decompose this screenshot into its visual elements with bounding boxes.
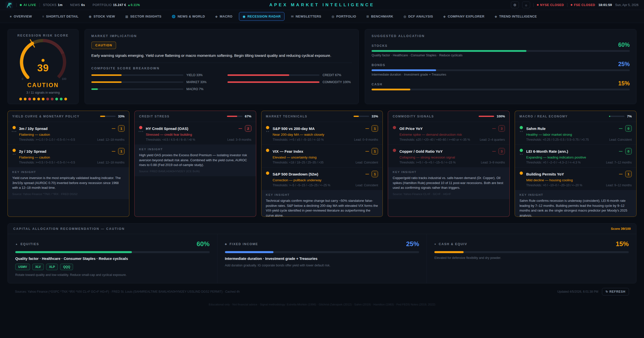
card-score-fill [100, 116, 105, 117]
breakdown-bar-fill [91, 74, 122, 76]
trend-flat-icon: — [619, 172, 622, 176]
tab-stock-view[interactable]: ◉STOCK VIEW [85, 12, 119, 21]
ticker-chip-xlv[interactable]: XLV [32, 264, 44, 270]
signal-lead-time: Lead: Coincident [609, 138, 632, 141]
tab-newsletters[interactable]: ✉NEWSLETTERS [287, 12, 325, 21]
portfolio-change: ▲0.11% [127, 3, 140, 7]
signal-top-row: HY Credit Spread (OAS)—2 [146, 125, 251, 132]
signal-score-badge: 1 [372, 125, 378, 132]
tab-label: COMPANY EXPLORER [448, 15, 484, 18]
recommendation-col-label: ◆FIXED INCOME [225, 242, 258, 246]
signal-dot-icon [24, 98, 27, 100]
card-score-track [100, 116, 116, 117]
recommendation-bar-track [15, 251, 210, 253]
breakdown-bar-track [91, 88, 183, 90]
tab-overview[interactable]: ■OVERVIEW [6, 12, 36, 21]
tab-news-world[interactable]: 🌐NEWS & WORLD [168, 12, 209, 21]
signal-top-row: Oil Price YoY—3 [399, 125, 505, 132]
breakdown-title: COMPOSITE SCORE BREAKDOWN [91, 67, 352, 70]
signal-name: HY Credit Spread (OAS) [146, 126, 239, 131]
recommendation-percent: 25% [406, 240, 419, 248]
breakdown-label: COMMODITY 100% [323, 80, 352, 84]
signal-name: 2y / 10y Spread [19, 149, 112, 153]
tab-trend-intelligence[interactable]: ◆TREND INTELLIGENCE [491, 12, 541, 21]
tab-benchmark[interactable]: ⊞BENCHMARK [363, 12, 397, 21]
breakdown-bar-track [227, 81, 319, 83]
key-insight-text: Yield curve inversion is the most empiri… [12, 176, 125, 190]
recommendation-bar-fill [225, 251, 273, 253]
signal-status-text: Flattening — caution [19, 155, 125, 159]
tab-macro[interactable]: ◆MACRO [211, 12, 236, 21]
key-insight-block: KEY INSIGHTHigh yield OAS proxies the Ex… [135, 144, 256, 176]
allocation-note: Quality factor · Healthcare · Consumer S… [372, 54, 630, 57]
signal-status-dot-icon [266, 149, 269, 152]
signal-top-row: Copper / Gold Ratio YoY—3 [399, 148, 505, 154]
signal-thresholds: Thresholds: >–5 / –5–15 / –15–25 / <–25 … [273, 184, 331, 187]
ticker-chip-qqq[interactable]: QQQ [60, 264, 73, 270]
signal-dot-icon [55, 98, 58, 100]
key-insight-title: KEY INSIGHT [266, 193, 378, 196]
recommendation-note: Add duration gradually. IG corporate bon… [225, 264, 419, 267]
signal-row-building-permits-yoy: Building Permits YoY—1Mild decline — hou… [515, 167, 636, 190]
app-title: APEX MARKET INTELLIGENCE [269, 3, 375, 8]
signal-thresholds: Thresholds: >+0.5 / 0–0.5 / –0.5–0 / <–0… [19, 161, 75, 164]
card-header: CREDIT STRESS67% [135, 111, 256, 122]
tab-shortlist-detail[interactable]: ≡SHORTLIST DETAIL [39, 12, 82, 21]
signal-thresholds: Thresholds: >+5 / ±5 / –5–10 / <–10 % [273, 138, 324, 141]
card-commodity-signals: COMMODITY SIGNALS100%Oil Price YoY—3Extr… [388, 111, 510, 217]
tab-label: OVERVIEW [14, 15, 32, 18]
tab-portfolio[interactable]: ◎PORTFOLIO [328, 12, 360, 21]
portfolio-summary: PORTFOLIO15.247 €▲0.11% [93, 3, 140, 7]
trend-dot-icon [15, 131, 16, 132]
signal-lead-time: Lead: 7–12 months [606, 161, 632, 164]
tab-dcf-analysis[interactable]: ◎DCF ANALYSIS [400, 12, 437, 21]
ticker-chip-usmv[interactable]: USMV [15, 264, 30, 270]
card-header: MACRO / REAL ECONOMY7% [515, 111, 636, 122]
main-nav: ■OVERVIEW≡SHORTLIST DETAIL◉STOCK VIEW▥SE… [0, 10, 644, 23]
trend-dots-icon [520, 154, 523, 155]
key-insight-text: Copper/gold ratio tracks industrial vs. … [393, 176, 505, 190]
signal-score-badge: 2 [245, 125, 251, 132]
divider [40, 3, 40, 7]
tab-label: SECTOR INSIGHTS [130, 15, 161, 18]
dcf-analysis-icon: ◎ [404, 15, 406, 18]
signal-thresholds: Thresholds: >0 / –2–0 / –4.3–2 / <–4.3 % [526, 161, 580, 164]
composite-breakdown: YIELD 33%MARKET 33%MACRO 7%CREDIT 67%COM… [91, 73, 352, 91]
gear-icon: ⚙ [513, 3, 517, 7]
signal-thresholds: Thresholds: <18 / 18–25 / 25–35 / >35 [273, 161, 324, 164]
signal-meta: Thresholds: >0 / –10–0 / –20–10 / <–20 %… [526, 184, 632, 187]
refresh-button[interactable]: ↻ REFRESH [602, 288, 629, 295]
signal-status-dot-icon [13, 149, 16, 152]
card-score-track [354, 116, 369, 117]
signal-score-badge: 0 [625, 125, 632, 132]
panel-title: MARKET IMPLICATION [91, 34, 352, 38]
signal-lead-time: Lead: 12–18 months [97, 161, 124, 164]
recommendation-bar-fill [15, 251, 132, 253]
allocation-row-cash: CASH15% [372, 80, 630, 95]
tab-sector-insights[interactable]: ▥SECTOR INSIGHTS [122, 12, 165, 21]
allocation-bar-fill [372, 89, 410, 90]
tab-recession-radar[interactable]: ◉RECESSION RADAR [239, 12, 284, 21]
trend-flat-icon: — [619, 149, 622, 153]
key-insight-block: KEY INSIGHTTechnical signals confirm reg… [261, 190, 383, 217]
allocation-bar-fill [372, 50, 526, 52]
theme-toggle-button[interactable]: ☼ [522, 2, 530, 8]
signal-dot-column [266, 148, 269, 164]
card-title: YIELD CURVE & MONETARY POLICY [12, 115, 100, 118]
trend-flat-icon: — [365, 149, 369, 153]
stocks-refresh-interval: STOCKS1m [43, 3, 63, 7]
recommendation-col-label: ●CASH & EQUIV [434, 242, 467, 246]
divider [91, 63, 352, 63]
tab-company-explorer[interactable]: ◆COMPANY EXPLORER [440, 12, 488, 21]
recommendation-desc: Quality factor · Healthcare · Consumer S… [15, 257, 210, 261]
ticker-chip-xlp[interactable]: XLP [46, 264, 58, 270]
signal-lead-time: Lead: 2–4 quarters [480, 138, 505, 141]
breakdown-label: MARKET 33% [186, 80, 216, 84]
signal-lead-time: Lead: Coincident [356, 161, 378, 164]
card-score-percent: 7% [627, 114, 632, 118]
recession-radar-page: { "colors": { "caution": "#f59e0b", "ale… [0, 0, 644, 338]
signal-status-text: Stressed — credit fear building [146, 133, 251, 136]
signal-name: S&P 500 vs 200-day MA [273, 126, 366, 131]
signal-dot-column [266, 125, 269, 141]
settings-button[interactable]: ⚙ [511, 2, 519, 8]
